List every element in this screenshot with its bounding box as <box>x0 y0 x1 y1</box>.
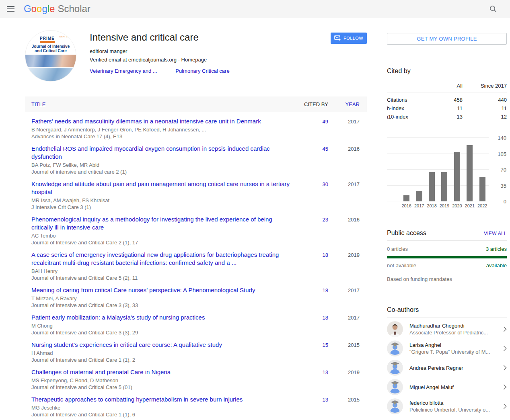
coauthor-affiliation: Associate Professor of Pediatric... <box>409 329 500 336</box>
table-row: Knowledge and attitude about pain and pa… <box>25 178 367 213</box>
table-row: Meaning of caring from critical Care nur… <box>25 284 367 311</box>
cited-by-count-link[interactable]: 30 <box>293 180 333 211</box>
coauthor-row[interactable]: federico bilotta Policlinico Umbertol, U… <box>387 397 507 416</box>
profile-role: editioral manger <box>90 48 230 54</box>
publication-authors: MS Ekpenyong, C Bond, D Matheson <box>31 377 293 384</box>
publication-title-link[interactable]: Challenges of maternal and prenatal Care… <box>31 368 171 376</box>
metric-all-value[interactable]: 11 <box>434 105 463 111</box>
publication-authors: B Noergaard, J Ammentorp, J Fenger-Gron,… <box>31 126 293 133</box>
publication-venue: J Intensive Crit Care 3 (1) <box>31 204 293 211</box>
publication-year: 2017 <box>333 180 367 211</box>
interest-tags: Veterinary Emergency and ... Pulmonary C… <box>90 68 230 74</box>
publication-title-link[interactable]: Phenomenological inquiry as a methodolog… <box>31 215 293 232</box>
citations-bar-2016[interactable] <box>403 195 409 201</box>
publication-year: 2017 <box>333 117 367 140</box>
get-my-own-profile-button[interactable]: GET MY OWN PROFILE <box>387 33 507 45</box>
avatar-photo-strip-1 <box>25 55 76 67</box>
coauthor-row[interactable]: Andrea Pereira Regner <box>387 358 507 377</box>
funding-mandates-note: Based on funding mandates <box>387 276 507 282</box>
metric-since-value[interactable]: 11 <box>463 105 507 111</box>
cited-by-count-link[interactable]: 45 <box>293 145 333 175</box>
publication-authors: H Ahmad <box>31 350 293 356</box>
chevron-right-icon <box>503 384 507 390</box>
y-axis-tick-label: 140 <box>489 135 506 141</box>
table-row: Endothelial ROS and impaired myocardial … <box>25 142 367 178</box>
publication-year: 2015 <box>333 341 367 363</box>
publication-venue: Journal of Intensive and Critical Care 2… <box>31 239 293 246</box>
coauthor-row[interactable]: Larisa Anghel "Grigore T. Popa" Universi… <box>387 339 507 358</box>
cited-by-count-link[interactable]: 18 <box>293 251 333 281</box>
metric-label: Citations <box>387 97 434 103</box>
app-bar: Google Scholar <box>0 0 510 18</box>
coauthor-avatar <box>387 340 403 356</box>
mail-plus-icon <box>334 35 341 41</box>
citations-bar-2019[interactable] <box>441 172 447 201</box>
coauthor-avatar <box>387 379 403 395</box>
metric-row: Citations 458 440 <box>387 96 507 104</box>
metric-label: h-index <box>387 105 434 111</box>
coauthor-name: Andrea Pereira Regner <box>409 365 500 371</box>
sort-by-title[interactable]: TITLE <box>25 101 293 107</box>
publication-venue: Journal of Intensive and Critical Care 3… <box>31 302 293 309</box>
cited-by-count-link[interactable]: 13 <box>293 368 333 391</box>
coauthor-row[interactable]: Madhuradhar Chegondi Associate Professor… <box>387 320 507 339</box>
y-axis-tick-label: 70 <box>489 167 506 173</box>
avatar-brand-logo: PRIME <box>40 37 55 43</box>
public-access-section: Public access VIEW ALL 0 articles 3 arti… <box>387 229 507 282</box>
cited-by-count-link[interactable]: 23 <box>293 215 333 246</box>
sort-by-citations: CITED BY <box>293 101 333 107</box>
cited-by-count-link[interactable]: 18 <box>293 286 333 309</box>
coauthor-avatar <box>387 398 403 414</box>
metric-all-value[interactable]: 458 <box>434 97 463 103</box>
y-axis-tick-label: 35 <box>489 183 506 189</box>
page-title: Intensive and critical care <box>90 32 230 43</box>
publication-year: 2016 <box>333 215 367 246</box>
publication-title-link[interactable]: Knowledge and attitude about pain and pa… <box>31 180 293 196</box>
metric-all-value[interactable]: 13 <box>434 114 463 120</box>
publication-title-link[interactable]: Patient early mobilization: a Malaysia's… <box>31 313 205 322</box>
follow-button[interactable]: FOLLOW <box>331 33 367 44</box>
citations-bar-2018[interactable] <box>429 172 435 201</box>
publication-title-link[interactable]: Fathers' needs and masculinity dilemmas … <box>31 117 261 125</box>
google-wordmark: Google <box>24 3 55 14</box>
chevron-right-icon <box>503 365 507 371</box>
menu-icon[interactable] <box>4 4 17 14</box>
sort-by-year[interactable]: YEAR <box>333 101 367 107</box>
google-scholar-logo[interactable]: Google Scholar <box>24 3 90 14</box>
cited-by-count-link[interactable]: 49 <box>293 117 333 140</box>
citations-bar-2020[interactable] <box>454 152 460 201</box>
citations-bar-2021[interactable] <box>467 145 473 201</box>
publication-venue: Journal of Intensive and Critical Care 1… <box>31 411 293 418</box>
available-label: available <box>486 262 507 268</box>
y-axis-tick-label: 105 <box>489 151 506 157</box>
available-count: 3 articles <box>486 246 507 252</box>
interest-tag-veterinary[interactable]: Veterinary Emergency and ... <box>90 68 157 74</box>
homepage-link[interactable]: Homepage <box>181 57 207 63</box>
publication-title-link[interactable]: A case series of emergency investigation… <box>31 251 293 267</box>
search-icon[interactable] <box>489 5 497 13</box>
x-axis-year-label: 2017 <box>413 203 425 208</box>
view-all-link[interactable]: VIEW ALL <box>484 231 507 236</box>
publication-title-link[interactable]: Endothelial ROS and impaired myocardial … <box>31 145 293 161</box>
table-row: Challenges of maternal and prenatal Care… <box>25 366 367 393</box>
coauthor-name: Larisa Anghel <box>409 342 500 348</box>
publication-title-link[interactable]: Meaning of caring from critical Care nur… <box>31 286 255 294</box>
profile-avatar: PRIME ISSN: 2... Journal of Intensive an… <box>25 30 76 82</box>
interest-tag-pulmonary[interactable]: Pulmonary Critical care <box>175 68 229 74</box>
coauthor-row[interactable]: Miguel Angel Maluf <box>387 377 507 397</box>
metric-since-value[interactable]: 12 <box>463 114 507 120</box>
cited-by-count-link[interactable]: 15 <box>293 341 333 363</box>
cited-by-count-link[interactable]: 18 <box>293 313 333 336</box>
publication-title-link[interactable]: Therapeutic approaches to combatting hyp… <box>31 395 243 404</box>
citations-bar-2022[interactable] <box>479 177 485 201</box>
citations-bar-2017[interactable] <box>416 191 422 201</box>
metric-since-value[interactable]: 440 <box>463 97 507 103</box>
publication-venue: Journal of Intensive and Critical Care 5… <box>31 275 293 281</box>
coauthor-avatar <box>387 360 403 376</box>
publication-year: 2019 <box>333 368 367 391</box>
table-row: Nursing student's experiences in critica… <box>25 338 367 366</box>
cited-by-count-link[interactable]: 13 <box>293 395 333 418</box>
publication-venue: Journal of Intensive and Critical Care 1… <box>31 356 293 363</box>
cited-by-column-headers: All Since 2017 <box>387 79 507 92</box>
publication-title-link[interactable]: Nursing student's experiences in critica… <box>31 341 222 349</box>
